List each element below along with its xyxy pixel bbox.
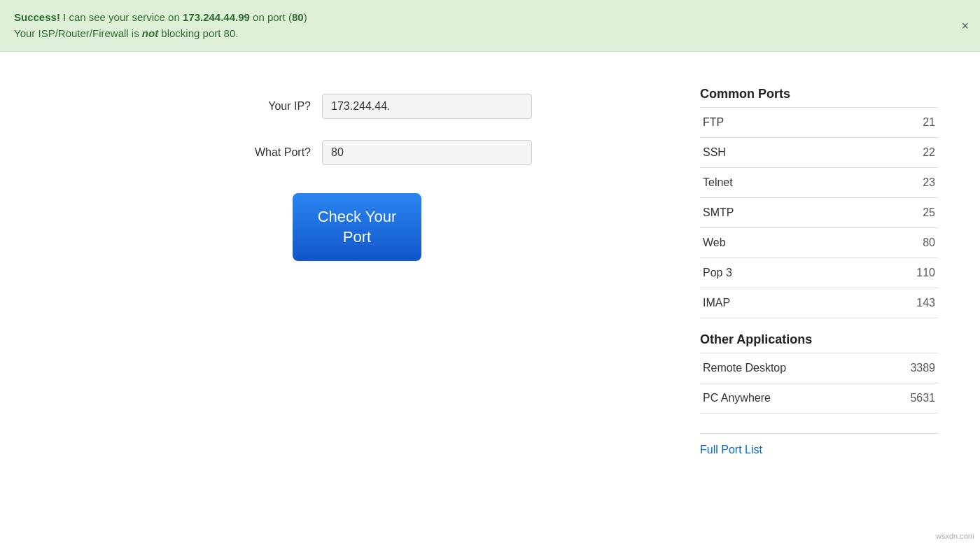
banner-line2-before: Your ISP/Router/Firewall is (14, 27, 142, 39)
port-label: What Port? (227, 146, 311, 159)
form-panel: Your IP? What Port? Check Your Port (42, 80, 672, 456)
ip-form-row: Your IP? (182, 94, 532, 119)
port-name: IMAP (700, 288, 844, 318)
port-number: 21 (844, 108, 938, 138)
port-input[interactable] (322, 140, 532, 165)
banner-line2-after: blocking port 80. (158, 27, 238, 39)
table-row: PC Anywhere 5631 (700, 383, 938, 414)
port-name: Web (700, 228, 844, 258)
table-row: Remote Desktop 3389 (700, 353, 938, 383)
full-port-list-link[interactable]: Full Port List (700, 433, 938, 456)
port-name: SSH (700, 138, 844, 168)
table-row: FTP 21 (700, 108, 938, 138)
other-applications-title: Other Applications (700, 332, 938, 347)
other-applications-table: Remote Desktop 3389 PC Anywhere 5631 (700, 353, 938, 414)
port-name: SMTP (700, 198, 844, 228)
ip-input[interactable] (322, 94, 532, 119)
port-name: FTP (700, 108, 844, 138)
table-row: Pop 3 110 (700, 258, 938, 288)
port-number: 23 (844, 168, 938, 198)
banner-not-word: not (142, 27, 158, 39)
banner-message-end: ) (304, 11, 307, 23)
banner-port: 80 (292, 11, 304, 23)
port-number: 143 (844, 288, 938, 318)
common-ports-table: FTP 21 SSH 22 Telnet 23 SMTP 25 Web 80 P… (700, 107, 938, 318)
table-row: SMTP 25 (700, 198, 938, 228)
port-name: PC Anywhere (700, 383, 877, 414)
port-form-row: What Port? (182, 140, 532, 165)
banner-message-after-ip: on port ( (250, 11, 292, 23)
port-number: 80 (844, 228, 938, 258)
success-label: Success! (14, 11, 60, 23)
check-button-line1: Check Your (318, 208, 397, 225)
watermark: wsxdn.com (936, 532, 974, 540)
table-row: IMAP 143 (700, 288, 938, 318)
banner-ip: 173.244.44.99 (183, 11, 250, 23)
close-button[interactable]: × (961, 20, 969, 32)
table-row: Telnet 23 (700, 168, 938, 198)
port-number: 25 (844, 198, 938, 228)
port-name: Remote Desktop (700, 353, 877, 383)
port-number: 22 (844, 138, 938, 168)
check-port-button[interactable]: Check Your Port (293, 193, 422, 261)
port-name: Pop 3 (700, 258, 844, 288)
port-name: Telnet (700, 168, 844, 198)
main-content: Your IP? What Port? Check Your Port Comm… (0, 52, 980, 484)
port-panel: Common Ports FTP 21 SSH 22 Telnet 23 SMT… (700, 80, 938, 456)
success-banner: Success! I can see your service on 173.2… (0, 0, 980, 52)
common-ports-title: Common Ports (700, 87, 938, 101)
port-number: 3389 (877, 353, 938, 383)
table-row: SSH 22 (700, 138, 938, 168)
port-number: 110 (844, 258, 938, 288)
check-button-line2: Port (343, 228, 371, 246)
ip-label: Your IP? (227, 100, 311, 113)
banner-message-before-ip: I can see your service on (60, 11, 183, 23)
port-number: 5631 (877, 383, 938, 414)
table-row: Web 80 (700, 228, 938, 258)
